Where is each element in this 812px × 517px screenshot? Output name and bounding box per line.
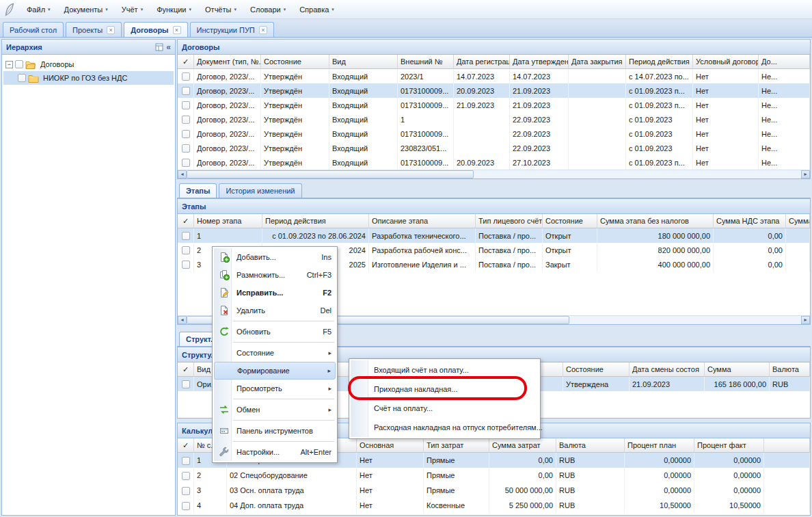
row-checkbox[interactable] bbox=[182, 87, 190, 95]
table-row[interactable]: 1с 01.09.2023 по 28.06.2024Разработка те… bbox=[178, 228, 810, 243]
scroll-thumb[interactable] bbox=[187, 170, 474, 178]
table-row[interactable]: Договор, 2023/...УтверждёнВходящий230823… bbox=[178, 141, 810, 155]
menu-dictionaries[interactable]: Словари▾ bbox=[244, 3, 292, 16]
vertical-splitter[interactable] bbox=[176, 38, 177, 516]
menu-item-duplicate[interactable]: Размножить... Ctrl+F3 bbox=[214, 266, 336, 284]
column-header[interactable]: Дата утверждения bbox=[510, 55, 569, 69]
row-checkbox[interactable] bbox=[182, 116, 190, 124]
close-icon[interactable]: × bbox=[259, 26, 267, 34]
column-header[interactable]: Дата смены состоя bbox=[630, 362, 705, 377]
row-checkbox[interactable] bbox=[182, 159, 190, 167]
menu-item-edit[interactable]: Исправить... F2 bbox=[214, 284, 336, 302]
row-checkbox[interactable] bbox=[182, 101, 190, 109]
column-header[interactable]: Тип лицевого счёт bbox=[476, 214, 543, 228]
menu-reports[interactable]: Отчёты▾ bbox=[199, 3, 243, 16]
scroll-right-icon[interactable]: ▸ bbox=[801, 170, 810, 178]
node-checkbox[interactable] bbox=[15, 60, 23, 68]
table-row[interactable]: 202 СпецоборудованиеНетПрямые0,00RUB0,00… bbox=[178, 468, 810, 483]
column-header[interactable]: Сумма bbox=[705, 362, 770, 377]
table-row[interactable]: Договор, 2023/...УтверждёнВходящий017310… bbox=[178, 155, 810, 170]
select-all-header[interactable]: ✓ bbox=[178, 362, 194, 377]
column-header[interactable]: Процент план bbox=[625, 438, 694, 453]
menu-item-delete[interactable]: Удалить Del bbox=[214, 302, 336, 319]
column-header[interactable]: Сумма эт... bbox=[786, 214, 810, 228]
column-header[interactable]: Процент факт bbox=[694, 438, 764, 453]
row-checkbox[interactable] bbox=[182, 380, 190, 388]
scroll-left-icon[interactable]: ◂ bbox=[178, 316, 187, 324]
column-header[interactable]: Тип затрат bbox=[424, 438, 489, 453]
submenu-item-receipt-note[interactable]: Приходная накладная... bbox=[351, 380, 539, 399]
menu-item-settings[interactable]: Настройки... Alt+Enter bbox=[214, 443, 336, 461]
column-header[interactable]: Состояние bbox=[543, 214, 597, 228]
column-header[interactable]: Дата регистрации bbox=[454, 55, 510, 69]
submenu-item-outgoing-note[interactable]: Расходная накладная на отпуск потребител… bbox=[351, 418, 539, 437]
row-checkbox[interactable] bbox=[182, 472, 190, 480]
menu-item-state[interactable]: Состояние ▸ bbox=[214, 344, 336, 362]
table-row[interactable]: 404 Доп. оплата трудаНетКосвенные5 250 0… bbox=[178, 498, 810, 513]
menu-item-toolbar[interactable]: Панель инструментов bbox=[214, 422, 336, 440]
row-checkbox[interactable] bbox=[182, 130, 190, 138]
table-row[interactable]: Договор, 2023/...УтверждёнВходящий017310… bbox=[178, 83, 810, 98]
menu-item-exchange[interactable]: Обмен ▸ bbox=[214, 401, 336, 419]
submenu-item-payment-invoice[interactable]: Счёт на оплату... bbox=[351, 399, 539, 418]
tab-contracts[interactable]: Договоры× bbox=[124, 22, 187, 37]
menu-item-view[interactable]: Просмотреть ▸ bbox=[214, 380, 336, 397]
column-header[interactable]: Номер этапа bbox=[194, 214, 262, 228]
row-checkbox[interactable] bbox=[182, 457, 190, 465]
scroll-left-icon[interactable]: ◂ bbox=[178, 170, 187, 178]
column-header[interactable]: Период действия bbox=[262, 214, 369, 228]
menu-item-refresh[interactable]: Обновить F5 bbox=[214, 323, 336, 341]
column-header[interactable]: Дата закрытия bbox=[569, 55, 626, 69]
column-header[interactable]: Сумма НДС этапа bbox=[714, 214, 786, 228]
column-header[interactable]: Сумма затрат bbox=[489, 438, 556, 453]
row-checkbox[interactable] bbox=[182, 232, 190, 240]
column-header[interactable]: Документ (тип, №... bbox=[194, 55, 261, 69]
column-header[interactable]: Период действия bbox=[626, 55, 693, 69]
menu-accounting[interactable]: Учёт▾ bbox=[116, 3, 149, 16]
row-checkbox[interactable] bbox=[182, 246, 190, 254]
tab-projects[interactable]: Проекты× bbox=[66, 22, 122, 37]
column-header[interactable]: Состояние bbox=[261, 55, 329, 69]
column-header[interactable]: Вид bbox=[329, 55, 398, 69]
close-icon[interactable]: × bbox=[107, 26, 115, 34]
tab-instructions-pup[interactable]: Инструкции ПУП× bbox=[190, 22, 274, 37]
tab-change-history[interactable]: История изменений bbox=[219, 183, 301, 198]
row-checkbox[interactable] bbox=[182, 502, 190, 510]
row-checkbox[interactable] bbox=[182, 487, 190, 495]
table-row[interactable]: Договор, 2023/...УтверждёнВходящий017310… bbox=[178, 127, 810, 141]
select-all-header[interactable]: ✓ bbox=[178, 438, 194, 453]
tree-node-contracts[interactable]: − Договоры bbox=[3, 57, 174, 71]
column-header[interactable]: Валюта bbox=[770, 362, 810, 377]
horizontal-splitter[interactable] bbox=[177, 179, 811, 182]
menu-documents[interactable]: Документы▾ bbox=[58, 3, 114, 16]
menu-help[interactable]: Справка▾ bbox=[293, 3, 340, 16]
table-row[interactable]: Договор, 2023/...УтверждёнВходящий2023/1… bbox=[178, 69, 810, 83]
row-checkbox[interactable] bbox=[182, 261, 190, 269]
expander-icon[interactable]: − bbox=[5, 61, 13, 68]
column-header[interactable]: До... bbox=[759, 55, 810, 69]
menu-functions[interactable]: Функции▾ bbox=[150, 3, 198, 16]
column-header[interactable]: Внешний № bbox=[398, 55, 454, 69]
column-header[interactable] bbox=[764, 438, 810, 453]
horizontal-scrollbar[interactable]: ◂ ▸ bbox=[178, 170, 810, 178]
menu-item-formation[interactable]: Формирование ▸ bbox=[214, 362, 336, 380]
menu-item-add[interactable]: Добавить... Ins bbox=[214, 248, 336, 266]
table-row[interactable]: Договор, 2023/...УтверждёнВходящий017310… bbox=[178, 98, 810, 112]
column-header[interactable]: Описание этапа bbox=[369, 214, 476, 228]
row-checkbox[interactable] bbox=[182, 72, 190, 81]
close-icon[interactable]: × bbox=[173, 26, 181, 34]
scroll-right-icon[interactable]: ▸ bbox=[801, 316, 810, 324]
column-header[interactable]: Сумма этапа без налогов bbox=[597, 214, 714, 228]
node-checkbox[interactable] bbox=[18, 74, 26, 82]
select-all-header[interactable]: ✓ bbox=[178, 55, 194, 69]
table-row[interactable]: Договор, 2023/...УтверждёнВходящий122.09… bbox=[178, 112, 810, 127]
hierarchy-settings-icon[interactable] bbox=[155, 43, 163, 51]
collapse-panel-icon[interactable]: « bbox=[166, 43, 171, 51]
tree-node-niokr[interactable]: НИОКР по ГОЗ без НДС bbox=[3, 71, 174, 85]
column-header[interactable]: Условный договор bbox=[693, 55, 759, 69]
tab-stages[interactable]: Этапы bbox=[179, 183, 217, 198]
submenu-item-incoming-invoice[interactable]: Входящий счёт на оплату... bbox=[351, 360, 539, 380]
table-row[interactable]: 303 Осн. оплата трудаНетПрямые50 000 000… bbox=[178, 483, 810, 498]
row-checkbox[interactable] bbox=[182, 144, 190, 153]
column-header[interactable]: Основная bbox=[357, 438, 424, 453]
